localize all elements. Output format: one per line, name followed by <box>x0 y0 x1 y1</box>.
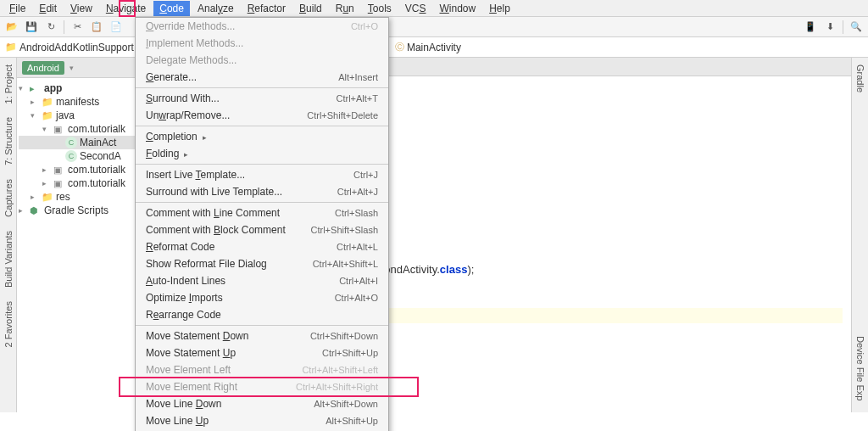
menu-item-shortcut: Ctrl+Alt+Shift+L <box>313 259 378 269</box>
dropdown-icon[interactable]: ▾ <box>70 64 74 72</box>
menu-item-shortcut: Ctrl+Alt+O <box>335 293 378 303</box>
menu-edit[interactable]: Edit <box>33 1 63 16</box>
menu-item-label: Insert Live Template... <box>146 169 245 181</box>
menu-help[interactable]: Help <box>483 1 516 16</box>
module-icon: ▸ <box>30 83 42 94</box>
menu-item-label: Unwrap/Remove... <box>146 109 230 121</box>
tool-tab-favorites[interactable]: 2 Favorites <box>2 298 15 350</box>
menu-item-rearrange-code[interactable]: Rearrange Code <box>136 306 388 323</box>
menu-item-reformat-code[interactable]: Reformat CodeCtrl+Alt+L <box>136 238 388 255</box>
menu-item-label: Move Statement Up <box>146 347 236 359</box>
menu-item-move-element-left: Move Element LeftCtrl+Alt+Shift+Left <box>136 361 388 378</box>
menu-item-move-line-up[interactable]: Move Line UpAlt+Shift+Up <box>136 412 388 429</box>
tree-toggle-icon[interactable]: ▾ <box>42 125 51 133</box>
class-icon: C <box>65 150 77 162</box>
menu-item-generate---[interactable]: Generate...Alt+Insert <box>136 69 388 86</box>
menu-item-comment-with-line-comment[interactable]: Comment with Line CommentCtrl+Slash <box>136 204 388 221</box>
menu-item-unwrap-remove---[interactable]: Unwrap/Remove...Ctrl+Shift+Delete <box>136 107 388 124</box>
menu-item-delegate-methods---: Delegate Methods... <box>136 52 388 69</box>
menu-file[interactable]: File <box>3 1 31 16</box>
cut-icon[interactable]: ✂ <box>69 19 86 36</box>
menu-item-move-line-down[interactable]: Move Line DownAlt+Shift+Down <box>136 395 388 412</box>
menu-item-label: Surround With... <box>146 92 220 104</box>
menu-item-shortcut: Ctrl+Shift+Down <box>310 331 378 341</box>
paste-icon[interactable]: 📄 <box>108 19 125 36</box>
menu-item-show-reformat-file-dialog[interactable]: Show Reformat File DialogCtrl+Alt+Shift+… <box>136 255 388 272</box>
menu-item-label: Move Element Left <box>146 364 231 376</box>
menu-item-label: Delegate Methods... <box>146 54 236 66</box>
menu-item-shortcut: Ctrl+Alt+Shift+Right <box>296 382 378 392</box>
menu-item-shortcut: Ctrl+Alt+J <box>337 187 378 197</box>
sync-icon[interactable]: ↻ <box>42 19 59 36</box>
breadcrumb: 📁AndroidAddKotlinSupport〉📁tutorialkart〉📁… <box>0 37 868 58</box>
menu-build[interactable]: Build <box>293 1 328 16</box>
menu-tools[interactable]: Tools <box>362 1 398 16</box>
menu-code[interactable]: Code <box>153 1 190 16</box>
folder-icon: 📁 <box>42 192 53 203</box>
tree-item-label: com.tutorialk <box>68 123 125 135</box>
copy-icon[interactable]: 📋 <box>88 19 105 36</box>
tool-tab-structure[interactable]: 7: Structure <box>2 114 15 169</box>
menu-run[interactable]: Run <box>330 1 360 16</box>
menu-item-label: Completion <box>146 131 207 143</box>
menu-item-auto-indent-lines[interactable]: Auto-Indent LinesCtrl+Alt+I <box>136 272 388 289</box>
menu-view[interactable]: View <box>64 1 98 16</box>
tree-item-label: app <box>44 82 62 94</box>
menu-item-shortcut: Ctrl+Alt+Shift+Left <box>302 365 378 375</box>
menu-analyze[interactable]: Analyze <box>192 1 240 16</box>
right-tool-gutter: GradleDevice File Exp <box>851 58 868 412</box>
tree-toggle-icon[interactable]: ▾ <box>31 111 39 120</box>
menu-navigate[interactable]: Navigate <box>100 1 152 16</box>
gradle-icon: ⬢ <box>30 205 42 216</box>
menu-item-surround-with---[interactable]: Surround With...Ctrl+Alt+T <box>136 90 388 107</box>
package-icon: ▣ <box>53 178 65 189</box>
tree-toggle-icon[interactable]: ▸ <box>31 193 39 201</box>
menu-item-folding[interactable]: Folding <box>136 145 388 162</box>
menu-item-shortcut: Ctrl+Shift+Delete <box>307 110 378 120</box>
menu-item-label: Comment with Block Comment <box>146 224 286 236</box>
avd-icon[interactable]: 📱 <box>802 19 819 36</box>
tree-item-label: MainAct <box>80 137 116 148</box>
menu-item-shortcut: Ctrl+J <box>353 170 378 180</box>
tool-tab-project[interactable]: 1: Project <box>2 61 15 107</box>
menu-item-surround-with-live-template---[interactable]: Surround with Live Template...Ctrl+Alt+J <box>136 183 388 200</box>
tree-toggle-icon[interactable]: ▸ <box>31 98 39 106</box>
menu-vcs[interactable]: VCS <box>399 1 432 16</box>
class-icon: Ⓒ <box>395 41 404 53</box>
open-icon[interactable]: 📂 <box>3 19 20 36</box>
menu-item-shortcut: Alt+Shift+Down <box>314 399 378 409</box>
save-icon[interactable]: 💾 <box>23 19 40 36</box>
tree-toggle-icon[interactable]: ▸ <box>42 165 51 174</box>
breadcrumb-item[interactable]: ⒸMainActivity <box>395 41 461 53</box>
breadcrumb-item[interactable]: 📁AndroidAddKotlinSupport <box>5 42 134 53</box>
tool-tab-gradle[interactable]: Gradle <box>854 61 867 96</box>
menu-item-move-statement-up[interactable]: Move Statement UpCtrl+Shift+Up <box>136 344 388 361</box>
menu-item-move-statement-down[interactable]: Move Statement DownCtrl+Shift+Down <box>136 327 388 344</box>
menu-window[interactable]: Window <box>433 1 481 16</box>
menu-item-shortcut: Alt+Shift+Up <box>326 416 378 426</box>
tool-tab-captures[interactable]: Captures <box>2 176 15 221</box>
project-view-tab[interactable]: Android <box>22 61 64 75</box>
menu-refactor[interactable]: Refactor <box>242 1 292 16</box>
tree-toggle-icon[interactable]: ▸ <box>42 179 51 188</box>
menu-item-insert-live-template---[interactable]: Insert Live Template...Ctrl+J <box>136 166 388 183</box>
menu-item-label: Move Line Down <box>146 398 221 410</box>
tree-toggle-icon[interactable]: ▸ <box>19 206 27 215</box>
tree-toggle-icon[interactable]: ▾ <box>19 84 27 92</box>
sdk-icon[interactable]: ⬇ <box>821 19 838 36</box>
menu-item-override-methods---: Override Methods...Ctrl+O <box>136 18 388 35</box>
search-icon[interactable]: 🔍 <box>848 19 865 36</box>
menu-item-label: Optimize Imports <box>146 292 223 304</box>
menu-item-optimize-imports[interactable]: Optimize ImportsCtrl+Alt+O <box>136 289 388 306</box>
menu-item-label: Override Methods... <box>146 20 235 32</box>
menu-item-label: Rearrange Code <box>146 309 221 321</box>
tool-tab-buildvariants[interactable]: Build Variants <box>2 227 15 291</box>
tree-item-label: res <box>56 191 70 203</box>
tool-tab-devicefileexp[interactable]: Device File Exp <box>854 333 867 404</box>
menu-item-comment-with-block-comment[interactable]: Comment with Block CommentCtrl+Shift+Sla… <box>136 221 388 238</box>
tree-item-label: com.tutorialk <box>68 164 125 176</box>
menu-item-completion[interactable]: Completion <box>136 128 388 145</box>
menu-item-label: Move Line Up <box>146 415 209 427</box>
menu-item-shortcut: Alt+Insert <box>338 72 378 82</box>
toolbar: 📂 💾 ↻ ✂ 📋 📄 📱 ⬇ 🔍 <box>0 17 868 37</box>
